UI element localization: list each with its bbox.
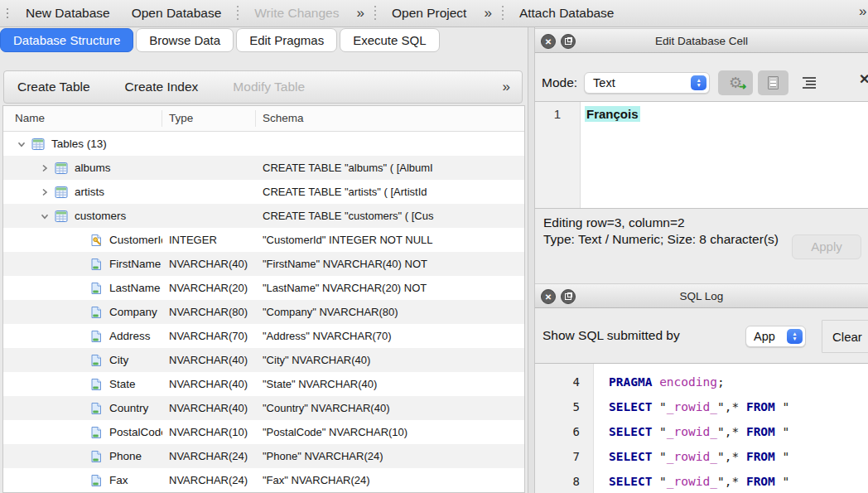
chevron-right-icon[interactable] <box>38 164 51 172</box>
attach-database-button[interactable]: Attach Database <box>509 6 625 21</box>
tab-edit-pragmas[interactable]: Edit Pragmas <box>236 28 337 52</box>
tree-cell-type: NVARCHAR(24) <box>162 450 256 462</box>
tree-cell-name: Company <box>3 306 162 319</box>
open-project-button[interactable]: Open Project <box>381 6 477 21</box>
key-field-icon <box>89 234 103 247</box>
float-dock-icon[interactable] <box>561 289 576 304</box>
field-icon <box>89 450 103 463</box>
mode-select[interactable]: Text ▲▼ <box>584 72 710 94</box>
tree-row-label: Fax <box>109 474 128 486</box>
tree-row-label: Address <box>109 330 151 342</box>
tree-cell-schema: "State" NVARCHAR(40) <box>256 378 524 390</box>
new-database-button[interactable]: New Database <box>15 6 121 21</box>
chevron-down-icon[interactable] <box>38 212 51 220</box>
create-index-button[interactable]: Create Index <box>125 80 199 94</box>
tree-row-lastname[interactable]: LastNameNVARCHAR(20)"LastName" NVARCHAR(… <box>3 276 524 300</box>
tree-cell-schema: "Phone" NVARCHAR(24) <box>256 450 524 462</box>
sql-log-code: PRAGMA encoding;SELECT "_rowid_",* FROM … <box>594 364 789 493</box>
open-database-button[interactable]: Open Database <box>121 6 233 21</box>
toolbar-drag-handle[interactable] <box>7 8 8 18</box>
tree-cell-schema: CREATE TABLE "albums" ( [AlbumI <box>256 162 524 174</box>
toolbar-overflow-icon[interactable]: » <box>859 3 866 20</box>
toolbar-separator <box>374 6 376 21</box>
tab-browse-data[interactable]: Browse Data <box>136 28 234 52</box>
sql-line-number: 4 <box>535 370 593 394</box>
panel-splitter[interactable] <box>528 27 535 493</box>
tree-cell-name: albums <box>3 162 162 175</box>
float-dock-icon[interactable] <box>561 34 576 49</box>
database-structure-panel: Database StructureBrowse DataEdit Pragma… <box>0 27 528 493</box>
auto-apply-button[interactable]: ⚙ ➜ <box>718 70 753 95</box>
tree-cell-type: NVARCHAR(24) <box>162 474 256 486</box>
tree-cell-name: LastName <box>3 282 162 295</box>
sql-log-editor[interactable]: 456789 PRAGMA encoding;SELECT "_rowid_",… <box>535 363 868 493</box>
tree-cell-name: City <box>3 354 162 367</box>
apply-button[interactable]: Apply <box>792 234 861 259</box>
tree-row-state[interactable]: StateNVARCHAR(40)"State" NVARCHAR(40) <box>3 372 524 396</box>
tab-execute-sql[interactable]: Execute SQL <box>340 28 439 52</box>
tree-cell-type: INTEGER <box>162 234 256 246</box>
field-icon <box>89 258 103 271</box>
create-table-button[interactable]: Create Table <box>17 80 90 94</box>
tree-cell-name: State <box>3 378 162 391</box>
tab-database-structure[interactable]: Database Structure <box>0 28 133 52</box>
field-icon <box>89 282 103 295</box>
toolbar-overflow-icon[interactable]: » <box>477 5 496 22</box>
tree-row-country[interactable]: CountryNVARCHAR(40)"Country" NVARCHAR(40… <box>3 396 524 420</box>
tree-cell-type: NVARCHAR(40) <box>162 402 256 414</box>
toolbar-overflow-icon[interactable]: » <box>350 5 369 22</box>
tree-row-label: artists <box>75 186 104 198</box>
tree-cell-schema: "LastName" NVARCHAR(20) NOT <box>256 282 524 294</box>
clear-button[interactable]: Clear <box>822 320 868 353</box>
chevron-right-icon[interactable] <box>38 188 51 196</box>
cell-editor-text[interactable]: François <box>581 102 640 208</box>
document-icon <box>768 76 779 89</box>
tree-cell-schema: "PostalCode" NVARCHAR(10) <box>256 426 524 438</box>
tree-row-label: albums <box>75 162 111 174</box>
tree-cell-name: Address <box>3 330 162 343</box>
tree-cell-schema: "Country" NVARCHAR(40) <box>256 402 524 414</box>
tree-row-label: Tables (13) <box>51 138 107 150</box>
clipped-icon[interactable]: ✕ <box>859 71 868 87</box>
word-wrap-button[interactable] <box>795 70 823 95</box>
tree-row-fax[interactable]: FaxNVARCHAR(24)"Fax" NVARCHAR(24) <box>3 468 524 492</box>
column-header-schema[interactable]: Schema <box>256 110 524 127</box>
tree-row-albums[interactable]: albumsCREATE TABLE "albums" ( [AlbumI <box>3 156 524 180</box>
sql-filter-select[interactable]: App ▲▼ <box>745 326 806 347</box>
tree-row-firstname[interactable]: FirstNameNVARCHAR(40)"FirstName" NVARCHA… <box>3 252 524 276</box>
tree-row-city[interactable]: CityNVARCHAR(40)"City" NVARCHAR(40) <box>3 348 524 372</box>
tree-row-customerid[interactable]: CustomerIdINTEGER"CustomerId" INTEGER NO… <box>3 228 524 252</box>
tree-cell-schema: "Company" NVARCHAR(80) <box>256 306 524 318</box>
structure-toolbar-overflow-icon[interactable]: » <box>503 79 509 95</box>
tree-cell-type: NVARCHAR(40) <box>162 258 256 270</box>
tree-row-company[interactable]: CompanyNVARCHAR(80)"Company" NVARCHAR(80… <box>3 300 524 324</box>
tree-row-phone[interactable]: PhoneNVARCHAR(24)"Phone" NVARCHAR(24) <box>3 444 524 468</box>
field-icon <box>89 330 103 343</box>
stepper-icon: ▲▼ <box>787 329 803 344</box>
sql-filter-label: Show SQL submitted by <box>542 328 680 343</box>
tree-cell-schema: "FirstName" NVARCHAR(40) NOT <box>256 258 524 270</box>
tree-row-address[interactable]: AddressNVARCHAR(70)"Address" NVARCHAR(70… <box>3 324 524 348</box>
tree-row-label: State <box>109 378 136 390</box>
tree-cell-name: Fax <box>3 474 162 487</box>
column-header-name[interactable]: Name <box>3 110 162 127</box>
tree-cell-name: CustomerId <box>3 234 162 247</box>
text-mode-button[interactable] <box>758 70 788 95</box>
tree-row-label: City <box>109 354 128 366</box>
close-icon[interactable]: ✕ <box>541 289 556 304</box>
tree-row-postalcode[interactable]: PostalCodeNVARCHAR(10)"PostalCode" NVARC… <box>3 420 524 444</box>
column-header-type[interactable]: Type <box>162 110 256 127</box>
tree-row-tables-13-[interactable]: Tables (13) <box>3 132 524 156</box>
cell-editor[interactable]: 1 François <box>535 101 868 209</box>
chevron-down-icon[interactable] <box>15 140 28 148</box>
close-icon[interactable]: ✕ <box>541 34 556 49</box>
stepper-icon: ▲▼ <box>691 75 706 90</box>
tree-cell-schema: CREATE TABLE "customers" ( [Cus <box>256 210 524 222</box>
write-changes-button[interactable]: Write Changes <box>244 6 350 21</box>
modify-table-button[interactable]: Modify Table <box>233 80 305 94</box>
toolbar-separator <box>237 6 239 21</box>
dock-area: Edit Database Cell ✕ Mode: Text ▲▼ ⚙ ➜ ✕… <box>535 27 868 493</box>
field-icon <box>89 306 103 319</box>
tree-row-customers[interactable]: customersCREATE TABLE "customers" ( [Cus <box>3 204 524 228</box>
tree-row-artists[interactable]: artistsCREATE TABLE "artists" ( [ArtistI… <box>3 180 524 204</box>
